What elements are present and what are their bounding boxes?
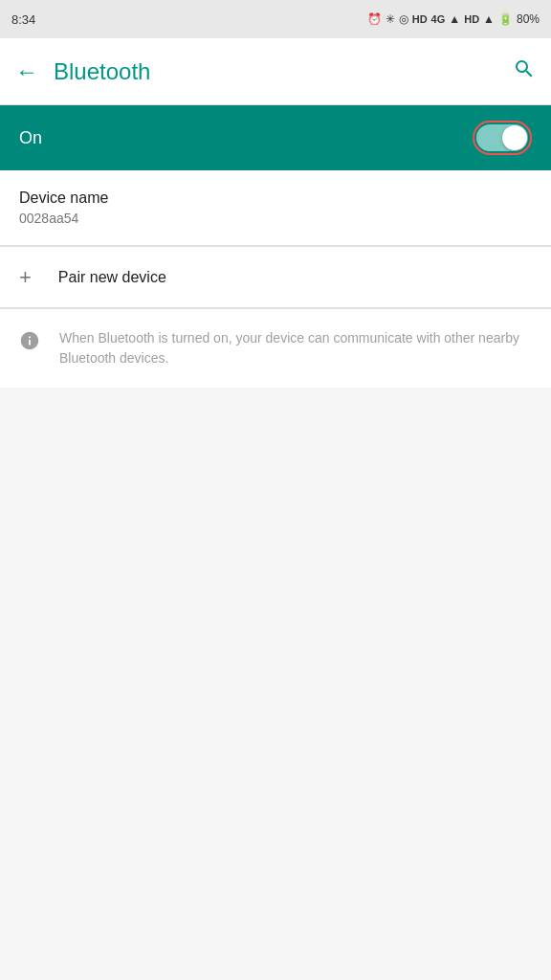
bluetooth-toggle-wrapper <box>473 121 532 155</box>
device-name-section[interactable]: Device name 0028aa54 <box>0 170 551 245</box>
hd-label-2: HD <box>464 13 479 25</box>
page-rest <box>0 388 551 866</box>
device-name-label: Device name <box>19 189 532 207</box>
app-bar-left: ← Bluetooth <box>15 58 150 85</box>
signal-icon: ▲ <box>449 12 460 26</box>
info-section: When Bluetooth is turned on, your device… <box>0 308 551 388</box>
4g-label: 4G <box>431 13 446 25</box>
page-title: Bluetooth <box>54 58 150 85</box>
toggle-knob <box>502 125 527 150</box>
status-icons: ⏰ ✳ ◎ HD 4G ▲ HD ▲ 🔋 80% <box>367 12 540 26</box>
location-icon: ◎ <box>399 12 408 26</box>
back-button[interactable]: ← <box>15 58 38 85</box>
signal-icon-2: ▲ <box>483 12 495 26</box>
hd-label: HD <box>412 13 428 25</box>
bluetooth-status-icon: ✳ <box>386 12 395 26</box>
device-name-value: 0028aa54 <box>19 211 532 226</box>
alarm-icon: ⏰ <box>367 12 382 26</box>
toggle-label: On <box>19 128 42 148</box>
pair-new-device-label: Pair new device <box>58 269 166 286</box>
battery-icon: 🔋 <box>498 12 513 26</box>
status-time: 8:34 <box>11 12 35 27</box>
plus-icon: + <box>19 265 32 290</box>
search-button[interactable] <box>513 57 536 86</box>
info-icon <box>19 330 40 357</box>
app-bar: ← Bluetooth <box>0 38 551 105</box>
info-text: When Bluetooth is turned on, your device… <box>59 328 532 368</box>
bluetooth-toggle[interactable] <box>476 124 528 151</box>
status-bar: 8:34 ⏰ ✳ ◎ HD 4G ▲ HD ▲ 🔋 80% <box>0 0 551 38</box>
battery-percentage: 80% <box>517 12 540 26</box>
bluetooth-toggle-row: On <box>0 105 551 170</box>
pair-new-device-row[interactable]: + Pair new device <box>0 246 551 307</box>
